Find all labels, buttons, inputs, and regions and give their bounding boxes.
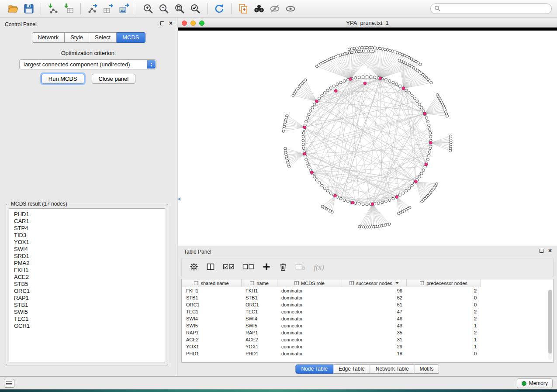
column-type-icon	[250, 281, 254, 285]
table-scrollbar[interactable]	[548, 289, 552, 360]
table-row[interactable]: PHD1PHD1dominator180	[182, 350, 553, 357]
tab-network[interactable]: Network	[31, 32, 65, 43]
cell-name: TEC1	[242, 308, 277, 315]
mcds-result-item[interactable]: STP4	[14, 225, 165, 232]
mcds-result-item[interactable]: SWI5	[14, 309, 165, 316]
mcds-result-list[interactable]: PHD1CAR1STP4TID3YOX1SWI4SRD1PMA2FKH1ACE2…	[9, 208, 165, 362]
network-window-titlebar[interactable]: YPA_prune.txt_1	[178, 19, 557, 28]
delete-column-button[interactable]	[279, 262, 287, 273]
cell-name: ACE2	[242, 336, 277, 343]
deselect-all-rows-button[interactable]	[242, 262, 254, 273]
close-window-icon[interactable]	[182, 21, 187, 26]
network-view[interactable]	[178, 31, 556, 246]
search-box[interactable]	[430, 3, 552, 14]
mcds-result-item[interactable]: RAP1	[14, 295, 165, 302]
table-row[interactable]: FKH1FKH1dominator962	[182, 287, 553, 294]
function-builder-button: f(x)	[314, 263, 324, 272]
maximize-window-icon[interactable]	[199, 21, 204, 26]
close-panel-icon[interactable]: ×	[169, 21, 173, 25]
tab-select[interactable]: Select	[89, 32, 117, 43]
sort-descending-icon[interactable]	[395, 282, 399, 284]
column-type-icon	[194, 281, 198, 285]
zoom-in-button[interactable]	[140, 2, 156, 16]
import-network-button[interactable]	[45, 2, 61, 16]
duplicate-network-button[interactable]	[235, 2, 251, 16]
search-input[interactable]	[441, 6, 548, 12]
hamburger-icon	[6, 382, 12, 382]
float-panel-icon[interactable]	[160, 21, 164, 25]
tab-mcds[interactable]: MCDS	[117, 32, 145, 43]
import-table-button[interactable]	[61, 2, 76, 16]
mcds-result-item[interactable]: TID3	[14, 232, 165, 239]
mcds-result-item[interactable]: SRD1	[14, 253, 165, 260]
zoom-fit-button[interactable]	[172, 2, 187, 16]
table-tabs: Node TableEdge TableNetwork TableMotifs	[295, 364, 439, 374]
save-session-button[interactable]	[21, 2, 37, 16]
mcds-result-item[interactable]: GCR1	[14, 323, 165, 330]
memory-button[interactable]: Memory	[517, 378, 553, 388]
mcds-result-item[interactable]: PMA2	[14, 260, 165, 267]
select-all-rows-button[interactable]	[223, 262, 235, 273]
mcds-result-item[interactable]: CAR1	[14, 218, 165, 225]
cell-name: YOX1	[242, 343, 277, 350]
export-image-button[interactable]	[116, 2, 132, 16]
close-panel-button[interactable]: Close panel	[92, 74, 136, 84]
mcds-result-item[interactable]: FKH1	[14, 267, 165, 274]
zoom-selected-button[interactable]	[187, 2, 203, 16]
table-options-button[interactable]	[190, 262, 198, 273]
tab-network-table[interactable]: Network Table	[370, 364, 415, 374]
tab-edge-table[interactable]: Edge Table	[333, 364, 370, 374]
mcds-result-item[interactable]: STB5	[14, 281, 165, 288]
mcds-result-item[interactable]: PHD1	[14, 211, 165, 218]
apply-layout-button[interactable]	[211, 2, 227, 16]
table-row[interactable]: RAP1RAP1dominator352	[182, 329, 553, 336]
open-session-button[interactable]	[5, 2, 21, 16]
minimize-window-icon[interactable]	[190, 21, 196, 26]
cell-shared_name: TEC1	[182, 308, 242, 315]
cell-succ: 43	[342, 322, 407, 329]
hide-selected-button[interactable]	[267, 2, 283, 16]
network-canvas[interactable]	[178, 31, 557, 246]
zoom-out-button[interactable]	[156, 2, 172, 16]
column-header-name[interactable]: name	[242, 279, 277, 287]
panel-menu-button[interactable]	[4, 379, 14, 388]
column-header-role[interactable]: MCDS role	[277, 279, 342, 287]
table-row[interactable]: STB1STB1dominator620	[182, 294, 553, 301]
table-body: FKH1FKH1dominator962STB1STB1dominator620…	[182, 287, 553, 357]
float-table-panel-icon[interactable]	[540, 249, 543, 253]
import-table-icon	[63, 3, 74, 14]
close-table-panel-icon[interactable]: ×	[548, 248, 552, 253]
column-type-icon	[294, 281, 299, 285]
network-window-title: YPA_prune.txt_1	[178, 19, 557, 28]
table-row[interactable]: ACE2ACE2connector311	[182, 336, 553, 343]
run-mcds-button[interactable]: Run MCDS	[42, 74, 84, 84]
find-button[interactable]	[251, 2, 267, 16]
table-row[interactable]: TEC1TEC1connector472	[182, 308, 553, 315]
mcds-result-item[interactable]: SWI4	[14, 246, 165, 253]
column-header-pred[interactable]: predecessor nodes	[407, 279, 481, 287]
add-column-button[interactable]	[262, 262, 271, 273]
splitter-collapse-icon[interactable]	[178, 197, 180, 201]
column-layout-button[interactable]	[206, 262, 215, 273]
export-table-button[interactable]	[100, 2, 116, 16]
table-row[interactable]: YOX1YOX1connector291	[182, 343, 553, 350]
column-header-succ[interactable]: successor nodes	[342, 279, 407, 287]
mcds-result-item[interactable]: ORC1	[14, 288, 165, 295]
table-scrollbar-thumb[interactable]	[548, 290, 552, 354]
mcds-result-item[interactable]: STB1	[14, 302, 165, 309]
show-all-button[interactable]	[283, 2, 298, 16]
table-row[interactable]: ORC1ORC1dominator610	[182, 301, 553, 308]
mcds-result-item[interactable]: YOX1	[14, 239, 165, 246]
table-row[interactable]: SWI5SWI5connector431	[182, 322, 553, 329]
cell-pred: 0	[407, 301, 481, 308]
mcds-result-item[interactable]: TEC1	[14, 316, 165, 323]
cell-succ: 29	[342, 343, 407, 350]
mcds-result-item[interactable]: ACE2	[14, 274, 165, 281]
criterion-dropdown[interactable]: largest connected component (undirected)…	[19, 59, 156, 69]
column-header-shared_name[interactable]: shared name	[182, 279, 242, 287]
table-row[interactable]: SWI4SWI4dominator462	[182, 315, 553, 322]
export-network-button[interactable]	[85, 2, 100, 16]
tab-style[interactable]: Style	[65, 32, 89, 43]
tab-motifs[interactable]: Motifs	[415, 364, 439, 374]
tab-node-table[interactable]: Node Table	[295, 364, 333, 374]
